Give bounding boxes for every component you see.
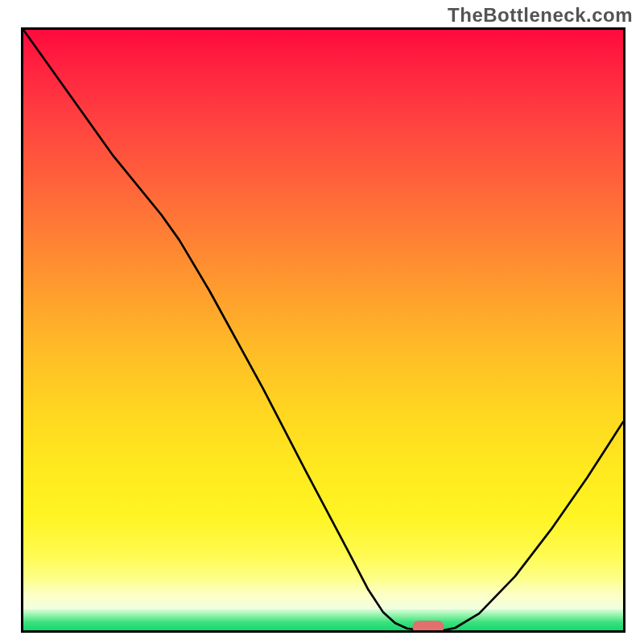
optimum-marker: [412, 621, 444, 633]
plot-area: [21, 27, 625, 633]
chart-container: TheBottleneck.com: [0, 0, 644, 644]
credit-text: TheBottleneck.com: [448, 4, 633, 27]
bottleneck-curve: [23, 30, 623, 630]
